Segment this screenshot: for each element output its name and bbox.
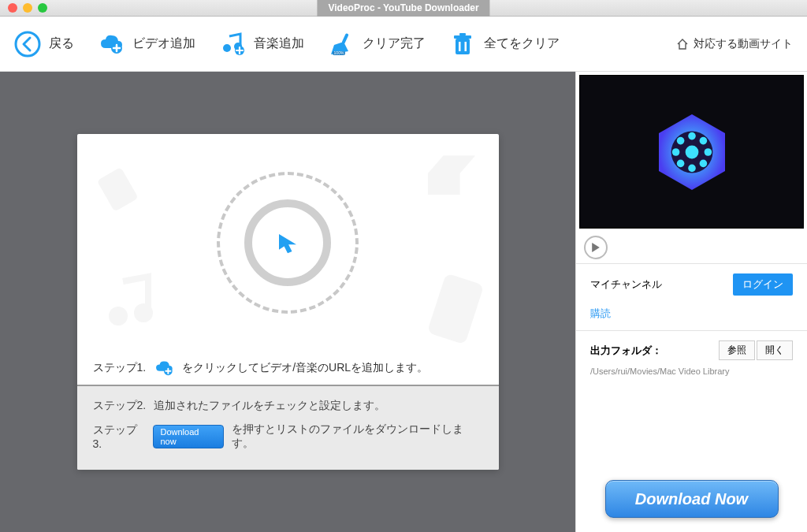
svg-rect-11 xyxy=(459,42,461,51)
svg-point-27 xyxy=(676,159,684,167)
step-1-row: ステップ1. をクリックしてビデオ/音楽のURLを追加します。 xyxy=(77,351,499,386)
clear-all-button[interactable]: 全てをクリア xyxy=(449,31,560,58)
svg-point-25 xyxy=(699,159,707,167)
videoproc-logo-icon xyxy=(645,105,739,199)
svg-rect-16 xyxy=(426,273,483,343)
download-pill-icon: Download now xyxy=(153,425,223,448)
svg-rect-12 xyxy=(465,42,467,51)
svg-rect-9 xyxy=(454,35,471,39)
step2-text: 追加されたファイルをチェックと設定します。 xyxy=(154,399,385,413)
cloud-plus-small-icon xyxy=(154,358,174,378)
preview-controls xyxy=(576,232,807,263)
add-music-button[interactable]: 音楽追加 xyxy=(219,31,304,58)
close-window-button[interactable] xyxy=(8,3,17,13)
back-arrow-icon xyxy=(14,31,41,58)
step1-text: をクリックしてビデオ/音楽のURLを追加します。 xyxy=(182,361,428,375)
home-icon xyxy=(676,38,689,50)
zoom-window-button[interactable] xyxy=(38,3,47,13)
login-button[interactable]: ログイン xyxy=(733,273,793,296)
svg-point-22 xyxy=(671,148,679,156)
drop-target[interactable] xyxy=(77,134,499,351)
main-toolbar: 戻る ビデオ追加 音楽追加 100% クリア完了 全てをクリア 対応する動画サイ… xyxy=(0,17,807,72)
broom-icon: 100% xyxy=(328,31,355,58)
add-video-icon xyxy=(98,31,125,58)
cursor-arrow-icon xyxy=(270,225,305,260)
open-folder-button[interactable]: 開く xyxy=(757,340,793,360)
back-label: 戻る xyxy=(49,35,74,52)
clear-done-button[interactable]: 100% クリア完了 xyxy=(328,31,426,58)
svg-rect-13 xyxy=(97,167,139,212)
output-folder-label: 出力フォルダ： xyxy=(590,344,662,358)
step1-label: ステップ1. xyxy=(93,361,147,375)
channel-section: マイチャンネル ログイン 購読 xyxy=(576,263,807,330)
svg-point-24 xyxy=(676,136,684,144)
svg-point-0 xyxy=(16,32,39,56)
instruction-card: ステップ1. をクリックしてビデオ/音楽のURLを追加します。 ステップ2. 追… xyxy=(77,134,499,470)
minimize-window-button[interactable] xyxy=(23,3,32,13)
svg-point-23 xyxy=(704,148,712,156)
browse-button[interactable]: 参照 xyxy=(719,340,755,360)
add-video-button[interactable]: ビデオ追加 xyxy=(98,31,195,58)
svg-rect-10 xyxy=(459,33,466,35)
trash-icon xyxy=(449,31,476,58)
window-titlebar: VideoProc - YouTube Downloader xyxy=(0,0,807,17)
download-queue-area: ステップ1. をクリックしてビデオ/音楽のURLを追加します。 ステップ2. 追… xyxy=(0,72,575,532)
clear-done-label: クリア完了 xyxy=(363,35,426,52)
svg-point-20 xyxy=(688,132,696,140)
svg-point-26 xyxy=(699,136,707,144)
svg-point-19 xyxy=(685,145,698,158)
side-panel: マイチャンネル ログイン 購読 出力フォルダ： 参照 開く /Users/rui… xyxy=(575,72,807,532)
output-section: 出力フォルダ： 参照 開く /Users/rui/Movies/Mac Vide… xyxy=(576,330,807,385)
clear-all-label: 全てをクリア xyxy=(484,35,560,52)
svg-rect-8 xyxy=(456,39,470,54)
step3-text: を押すとリストのファイルをダウンロードします。 xyxy=(232,422,483,451)
window-title: VideoProc - YouTube Downloader xyxy=(317,0,489,17)
svg-point-21 xyxy=(688,164,696,172)
svg-point-2 xyxy=(223,44,231,52)
add-music-icon xyxy=(219,31,246,58)
traffic-lights xyxy=(8,3,47,13)
play-button[interactable] xyxy=(584,236,608,259)
download-now-button[interactable]: Download Now xyxy=(605,480,779,518)
drop-ring-inner xyxy=(244,199,331,286)
video-preview xyxy=(579,75,804,229)
supported-sites-link[interactable]: 対応する動画サイト xyxy=(676,37,793,51)
back-button[interactable]: 戻る xyxy=(14,31,74,58)
add-music-label: 音楽追加 xyxy=(254,35,304,52)
svg-text:100%: 100% xyxy=(334,50,344,55)
step-3-row: ステップ3. Download now を押すとリストのファイルをダウンロードし… xyxy=(93,418,483,456)
output-folder-path: /Users/rui/Movies/Mac Video Library xyxy=(590,366,793,376)
svg-point-15 xyxy=(134,303,153,322)
my-channel-label: マイチャンネル xyxy=(590,277,662,292)
subscribe-link[interactable]: 購読 xyxy=(590,307,611,319)
add-video-label: ビデオ追加 xyxy=(132,35,195,52)
drop-ring xyxy=(217,172,359,314)
supported-sites-label: 対応する動画サイト xyxy=(694,37,793,51)
svg-point-14 xyxy=(109,307,128,326)
step-2-row: ステップ2. 追加されたファイルをチェックと設定します。 xyxy=(93,394,483,418)
steps-box: ステップ2. 追加されたファイルをチェックと設定します。 ステップ3. Down… xyxy=(77,386,499,470)
step3-label: ステップ3. xyxy=(93,423,146,450)
step2-label: ステップ2. xyxy=(93,399,147,413)
